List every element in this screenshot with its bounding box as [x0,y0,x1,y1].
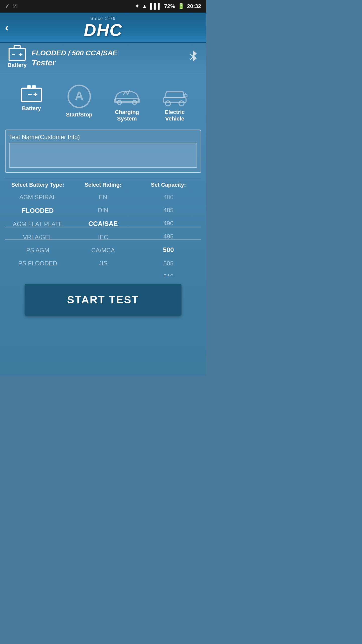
main-content: − + Battery A Start/Stop [0,74,206,376]
capacity-item-490[interactable]: 490 [136,217,201,230]
svg-text:−: − [28,90,32,98]
battery-type-item-ps-flooded[interactable]: PS FLOODED [5,257,70,270]
start-test-button[interactable]: START TEST [25,284,182,316]
svg-rect-14 [185,93,186,94]
svg-point-12 [179,101,184,106]
info-title: FLOODED / 500 CCA/SAE [32,49,117,57]
battery-type-item-agm-flat[interactable]: AGM FLAT PLATE [5,218,70,231]
capacity-col[interactable]: 480 485 490 495 500 505 510 515 520 [136,191,201,276]
status-left-icons: ✓ ☑ [5,3,18,10]
category-ev[interactable]: ElectricVehicle [156,84,194,122]
startstop-cat-label: Start/Stop [66,111,92,118]
capacity-item-500[interactable]: 500 [136,243,201,257]
rating-col[interactable]: EN DIN CCA/SAE IEC CA/MCA JIS [70,191,136,276]
battery-percent: 72% [164,3,175,10]
rating-item-iec[interactable]: IEC [70,231,136,244]
logo: Since 1976 DHC [84,16,122,38]
category-row: − + Battery A Start/Stop [5,79,201,130]
category-battery[interactable]: − + Battery [13,84,50,112]
rating-item-cca[interactable]: CCA/SAE [70,217,136,231]
info-bar: − + Battery FLOODED / 500 CCA/SAE Tester [0,43,206,74]
ev-cat-icon [161,84,189,106]
charging-cat-label: ChargingSystem [115,109,139,122]
bluetooth-status-icon: ✦ [135,3,139,10]
rating-item-en[interactable]: EN [70,191,136,204]
charging-cat-icon [113,84,141,106]
capacity-item-485[interactable]: 485 [136,204,201,217]
battery-type-item-vrla[interactable]: VRLA/GEL [5,231,70,244]
battery-icon-header: − + Battery [8,48,27,68]
task-icon: ☑ [13,3,18,10]
logo-dhc: DHC [84,20,122,39]
rating-item-din[interactable]: DIN [70,204,136,217]
svg-text:A: A [75,89,84,102]
bluetooth-icon[interactable] [188,49,199,67]
test-name-container: Test Name(Customer Info) [5,130,201,173]
info-subtitle: Tester [32,58,117,67]
svg-rect-1 [27,85,31,88]
category-charging[interactable]: ChargingSystem [108,84,146,122]
startstop-cat-icon: A [67,84,92,109]
info-text: FLOODED / 500 CCA/SAE Tester [32,49,117,67]
battery-body: − + [9,48,26,61]
back-button[interactable]: ‹ [5,22,9,33]
battery-type-item-agm-spiral[interactable]: AGM SPIRAL [5,191,70,204]
status-right-info: ✦ ▲ ▌▌▌ 72% 🔋 20:32 [135,3,201,10]
test-name-input[interactable] [9,143,197,168]
test-name-label: Test Name(Customer Info) [9,134,197,141]
battery-status-icon: 🔋 [178,3,185,10]
minus-terminal: − [12,51,15,58]
svg-text:+: + [33,90,38,98]
battery-terminals: − + [12,51,23,58]
svg-rect-10 [163,98,186,103]
clock: 20:32 [187,3,201,10]
header: ‹ Since 1976 DHC [0,13,206,43]
svg-point-11 [165,101,170,106]
capacity-item-510[interactable]: 510 [136,270,201,276]
svg-rect-2 [32,85,36,88]
category-startstop[interactable]: A Start/Stop [60,84,98,118]
battery-type-col[interactable]: AGM SPIRAL FLOODED AGM FLAT PLATE VRLA/G… [5,191,70,276]
rating-header: Select Rating: [70,182,136,188]
select-headers: Select Battery Type: Select Rating: Set … [5,179,201,191]
signal-icon: ▌▌▌ [150,3,162,10]
battery-label: Battery [8,62,27,68]
ev-cat-label: ElectricVehicle [165,109,185,122]
capacity-header: Set Capacity: [136,182,201,188]
rating-item-ca[interactable]: CA/MCA [70,244,136,257]
wifi-icon: ▲ [142,3,147,10]
capacity-item-495[interactable]: 495 [136,230,201,243]
capacity-item-505[interactable]: 505 [136,257,201,270]
capacity-item-480[interactable]: 480 [136,191,201,204]
plus-terminal: + [19,51,23,58]
battery-cat-label: Battery [22,105,41,112]
info-left: − + Battery FLOODED / 500 CCA/SAE Tester [8,48,117,68]
rating-item-jis[interactable]: JIS [70,257,136,270]
battery-type-item-flooded[interactable]: FLOODED [5,204,70,218]
battery-cat-icon: − + [20,84,43,103]
battery-type-header: Select Battery Type: [5,182,70,188]
battery-type-item-ps-agm[interactable]: PS AGM [5,244,70,257]
picker-container[interactable]: AGM SPIRAL FLOODED AGM FLAT PLATE VRLA/G… [5,191,201,276]
status-bar: ✓ ☑ ✦ ▲ ▌▌▌ 72% 🔋 20:32 [0,0,206,13]
check-widget-icon: ✓ [5,3,10,10]
